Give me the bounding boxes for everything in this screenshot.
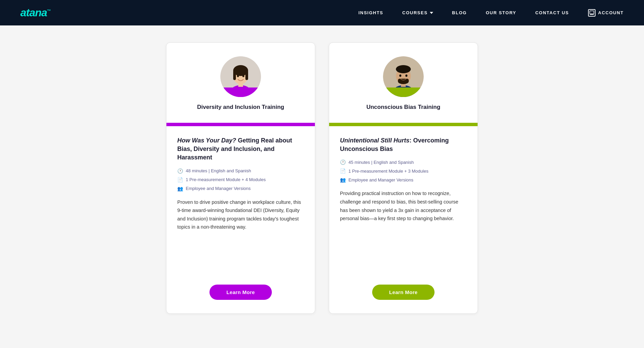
card-header-1: Diversity and Inclusion Training [166,43,315,123]
navbar: atana™ INSIGHTS COURSES BLOG OUR STORY C… [0,0,644,25]
card-header-2: Unconscious Bias Training [329,43,478,123]
account-label: ACCOUNT [598,10,624,15]
clock-icon-1: 🕐 [177,168,183,174]
svg-rect-9 [245,71,248,80]
card-body-2: Unintentional Still Hurts: Overcoming Un… [329,126,478,278]
avatar-collar-1 [220,88,261,97]
meta-duration-1: 🕐 48 minutes | English and Spanish [177,168,304,174]
card-footer-2: Learn More [329,278,478,313]
account-icon [588,9,596,17]
course-description-2: Providing practical instruction on how t… [340,189,467,223]
module-icon-1: 📄 [177,177,183,182]
avatar-2 [383,56,424,97]
svg-point-20 [405,75,407,77]
people-icon-1: 👥 [177,186,183,191]
svg-point-16 [396,65,411,73]
course-card-bias: Unconscious Bias Training Unintentional … [329,42,478,314]
card-category-2: Unconscious Bias Training [366,104,440,111]
meta-versions-1: 👥 Employee and Manager Versions [177,186,304,191]
card-footer-1: Learn More [166,278,315,313]
svg-point-10 [237,75,239,77]
card-body-1: How Was Your Day? Getting Real about Bia… [166,126,315,278]
course-title-2: Unintentional Still Hurts: Overcoming Un… [340,136,467,153]
svg-point-19 [399,75,401,77]
module-icon-2: 📄 [340,168,346,174]
course-title-1: How Was Your Day? Getting Real about Bia… [177,136,304,162]
nav-courses[interactable]: COURSES [393,10,443,15]
card-category-1: Diversity and Inclusion Training [197,104,284,111]
card-accent-bar-2 [329,123,478,126]
meta-versions-2: 👥 Employee and Manager Versions [340,177,467,182]
nav-links: INSIGHTS COURSES BLOG OUR STORY CONTACT … [349,10,578,15]
nav-blog[interactable]: BLOG [443,10,477,15]
avatar-collar-2 [383,88,424,97]
card-accent-bar-1 [166,123,315,126]
avatar-1 [220,56,261,97]
svg-rect-0 [590,11,594,14]
nav-insights[interactable]: INSIGHTS [349,10,393,15]
logo[interactable]: atana™ [20,6,51,19]
people-icon-2: 👥 [340,177,346,182]
learn-more-button-2[interactable]: Learn More [372,285,435,300]
svg-rect-18 [398,79,409,82]
meta-modules-1: 📄 1 Pre-measurement Module + 4 Modules [177,177,304,182]
nav-account[interactable]: ACCOUNT [579,9,624,17]
meta-modules-2: 📄 1 Pre-measurement Module + 3 Modules [340,168,467,174]
main-content: Diversity and Inclusion Training How Was… [0,25,644,331]
meta-duration-2: 🕐 45 minutes | English and Spanish [340,159,467,165]
course-description-1: Proven to drive positive change in workp… [177,198,304,232]
logo-tm: ™ [47,8,51,13]
chevron-down-icon [430,12,433,14]
nav-our-story[interactable]: OUR STORY [476,10,526,15]
svg-point-11 [242,75,244,77]
nav-contact-us[interactable]: CONTACT US [526,10,578,15]
learn-more-button-1[interactable]: Learn More [209,285,272,300]
svg-rect-8 [233,71,236,80]
clock-icon-2: 🕐 [340,159,346,165]
course-card-dei: Diversity and Inclusion Training How Was… [166,42,315,314]
logo-text: atana [20,6,47,19]
